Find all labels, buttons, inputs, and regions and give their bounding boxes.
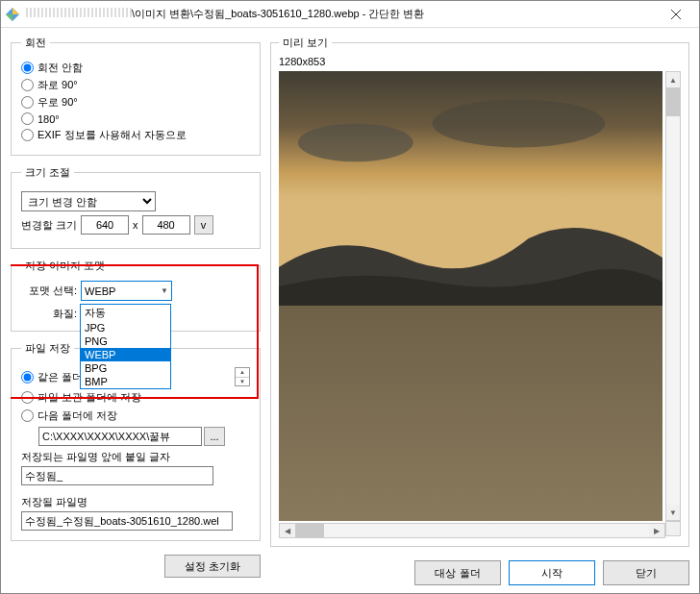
format-legend: 저장 이미지 포맷 xyxy=(21,259,109,273)
format-option-jpg[interactable]: JPG xyxy=(81,321,170,334)
filesave-radio-other[interactable] xyxy=(21,409,34,422)
filesave-radio-same[interactable] xyxy=(21,371,34,384)
rotation-radio-none[interactable] xyxy=(21,62,34,74)
format-group: 저장 이미지 포맷 포맷 선택: WEBP ▼ 화질: 자동 JPG PNG W… xyxy=(11,259,261,332)
titlebar: \이미지 변환\수정됨_boats-3051610_1280.webp - 간단… xyxy=(1,1,699,28)
filesave-radio-view[interactable] xyxy=(21,391,34,404)
filesave-label-view: 파일 보관 폴더에 저장 xyxy=(38,390,141,405)
filesave-path-input[interactable] xyxy=(38,427,202,446)
svg-point-7 xyxy=(298,123,413,161)
preview-scrollbar-vertical[interactable]: ▲ ▼ xyxy=(665,71,681,521)
rotation-group: 회전 회전 안함 좌로 90° 우로 90° 180° EXIF 정보를 사용해… xyxy=(11,36,261,156)
svg-rect-6 xyxy=(279,306,662,521)
resize-width-input[interactable] xyxy=(81,215,129,235)
close-button[interactable] xyxy=(657,1,695,27)
preview-scrollbar-horizontal[interactable]: ◀ ▶ xyxy=(279,523,665,538)
bottom-button-row: 대상 폴더 시작 닫기 xyxy=(270,553,689,585)
scroll-thumb-h[interactable] xyxy=(295,524,324,537)
down-icon[interactable]: ▼ xyxy=(236,378,249,386)
rotation-label-180: 180° xyxy=(38,113,60,125)
format-select-label: 포맷 선택: xyxy=(21,284,77,298)
format-option-png[interactable]: PNG xyxy=(81,334,170,348)
reset-button[interactable]: 설정 초기화 xyxy=(164,555,261,578)
preview-legend: 미리 보기 xyxy=(279,36,332,50)
scroll-left-icon[interactable]: ◀ xyxy=(280,524,295,537)
rotation-label-exif: EXIF 정보를 사용해서 자동으로 xyxy=(38,128,187,142)
up-icon[interactable]: ▲ xyxy=(236,368,249,378)
preview-group: 미리 보기 1280x853 xyxy=(270,36,689,547)
format-option-webp[interactable]: WEBP xyxy=(81,348,170,361)
chevron-down-icon: ▼ xyxy=(161,286,168,295)
format-select[interactable]: WEBP ▼ xyxy=(81,281,172,301)
outname-label: 저장될 파일명 xyxy=(21,495,250,509)
content: 회전 회전 안함 좌로 90° 우로 90° 180° EXIF 정보를 사용해… xyxy=(1,28,699,593)
preview-image-area xyxy=(279,71,663,521)
right-panel: 미리 보기 1280x853 xyxy=(270,36,689,585)
svg-marker-1 xyxy=(12,8,19,14)
resize-group: 크기 조절 크기 변경 안함 변경할 크기 x v xyxy=(11,165,261,249)
scroll-right-icon[interactable]: ▶ xyxy=(649,524,664,537)
prefix-input[interactable] xyxy=(21,466,213,485)
format-quality-label: 화질: xyxy=(21,307,77,321)
filesave-label-other: 다음 폴더에 저장 xyxy=(38,408,117,423)
rotation-legend: 회전 xyxy=(21,36,50,50)
app-icon xyxy=(5,7,20,22)
close-dialog-button[interactable]: 닫기 xyxy=(603,560,689,585)
resize-v-button[interactable]: v xyxy=(194,215,213,235)
rotation-label-left90: 좌로 90° xyxy=(38,78,78,92)
scroll-down-icon[interactable]: ▼ xyxy=(666,505,680,520)
close-icon xyxy=(671,10,681,19)
preview-dimensions: 1280x853 xyxy=(279,56,681,67)
svg-point-8 xyxy=(433,100,606,148)
scroll-up-icon[interactable]: ▲ xyxy=(666,72,680,87)
browse-button[interactable]: ... xyxy=(204,427,225,446)
scroll-corner xyxy=(665,521,681,536)
rotation-radio-180[interactable] xyxy=(21,112,34,125)
svg-marker-2 xyxy=(6,14,12,21)
dest-folder-button[interactable]: 대상 폴더 xyxy=(414,560,501,585)
format-dropdown-list: 자동 JPG PNG WEBP BPG BMP xyxy=(80,304,171,389)
format-option-bmp[interactable]: BMP xyxy=(81,375,170,388)
format-option-auto[interactable]: 자동 xyxy=(81,305,170,321)
rotation-label-none: 회전 안함 xyxy=(38,61,83,75)
resize-change-label: 변경할 크기 xyxy=(21,218,77,233)
outname-input[interactable] xyxy=(21,511,233,531)
resize-combo[interactable]: 크기 변경 안함 xyxy=(21,191,156,211)
resize-legend: 크기 조절 xyxy=(21,165,74,180)
prefix-label: 저장되는 파일명 앞에 붙일 글자 xyxy=(21,450,250,464)
start-button[interactable]: 시작 xyxy=(509,560,595,585)
app-window: \이미지 변환\수정됨_boats-3051610_1280.webp - 간단… xyxy=(0,0,700,594)
resize-x-label: x xyxy=(133,219,138,231)
left-panel: 회전 회전 안함 좌로 90° 우로 90° 180° EXIF 정보를 사용해… xyxy=(11,36,261,585)
filesave-updown[interactable]: ▲ ▼ xyxy=(235,367,250,386)
window-title: \이미지 변환\수정됨_boats-3051610_1280.webp - 간단… xyxy=(26,7,657,21)
rotation-radio-right90[interactable] xyxy=(21,96,34,109)
format-select-value: WEBP xyxy=(85,285,115,297)
rotation-radio-exif[interactable] xyxy=(21,129,34,141)
preview-image xyxy=(279,71,662,521)
filesave-legend: 파일 저장 xyxy=(21,341,74,356)
rotation-label-right90: 우로 90° xyxy=(38,95,78,110)
resize-height-input[interactable] xyxy=(142,215,190,235)
format-option-bpg[interactable]: BPG xyxy=(81,361,170,375)
rotation-radio-left90[interactable] xyxy=(21,79,34,91)
scroll-thumb-v[interactable] xyxy=(666,87,680,116)
